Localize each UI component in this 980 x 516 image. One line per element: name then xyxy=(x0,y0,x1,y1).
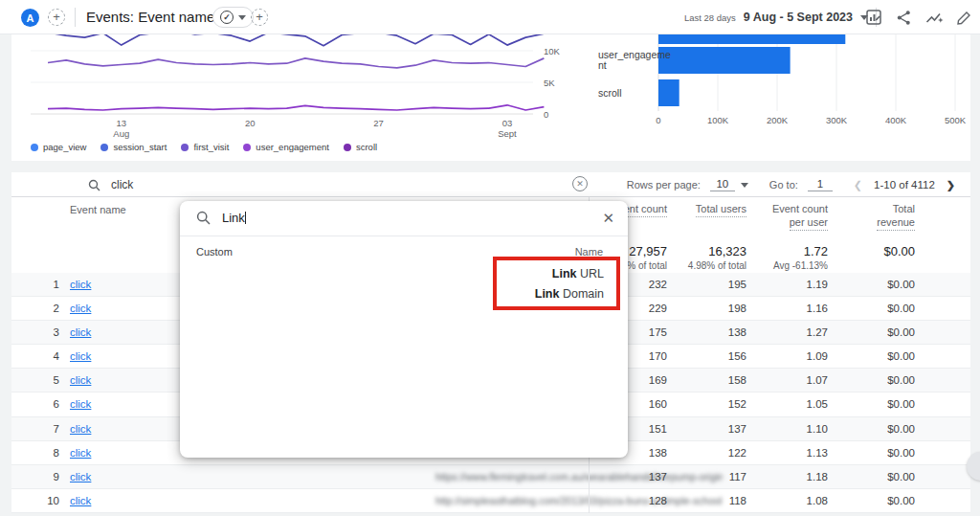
metric-cell: $0.00 xyxy=(887,495,915,506)
legend-dot xyxy=(344,144,351,151)
metric-cell: $0.00 xyxy=(887,447,915,459)
insights-icon[interactable] xyxy=(925,10,944,26)
legend-label: scroll xyxy=(356,142,377,152)
legend-dot xyxy=(181,144,189,151)
event-name-link[interactable]: click xyxy=(70,303,91,314)
legend-item-user_engagement[interactable]: user_engagement xyxy=(243,142,329,152)
legend-dot xyxy=(100,144,108,151)
next-page-icon[interactable]: ❯ xyxy=(945,179,957,191)
metric-cell: 195 xyxy=(728,279,746,290)
chevron-down-icon xyxy=(238,15,246,20)
row-index: 9 xyxy=(21,471,59,482)
legend-label: page_view xyxy=(43,142,86,152)
metric-cell: 169 xyxy=(649,374,667,386)
svg-text:200K: 200K xyxy=(767,115,789,125)
metric-cell: 175 xyxy=(649,326,667,338)
metric-cell: $0.00 xyxy=(887,398,915,410)
event-name-link[interactable]: click xyxy=(70,471,91,482)
row-index: 1 xyxy=(21,279,59,290)
metric-cell: 138 xyxy=(728,326,746,338)
bar-scroll xyxy=(658,79,679,106)
modal-search-bar: Link ✕ xyxy=(180,201,628,236)
metric-cell: 160 xyxy=(649,398,667,410)
rows-per-page-select[interactable]: 10 xyxy=(710,178,735,191)
table-search-input[interactable]: click xyxy=(111,178,133,191)
event-name-link[interactable]: click xyxy=(70,350,91,362)
metric-cell: 122 xyxy=(728,447,746,459)
add-comparison-icon[interactable]: + xyxy=(48,9,65,26)
legend-item-session_start[interactable]: session_start xyxy=(100,142,167,152)
edit-icon[interactable] xyxy=(957,10,972,25)
modal-search-input[interactable]: Link xyxy=(222,211,246,225)
svg-text:0: 0 xyxy=(544,109,548,120)
top-bar: A + Events: Event name ✓ + Last 28 days … xyxy=(0,0,980,34)
svg-text:scroll: scroll xyxy=(598,87,622,99)
metric-cell: 156 xyxy=(728,350,746,362)
totals-cell: 1.72Avg -61.13% xyxy=(773,244,828,271)
column-header-event-count-per-user[interactable]: Event countper user xyxy=(772,202,828,231)
svg-text:300K: 300K xyxy=(826,115,848,125)
metric-cell: 118 xyxy=(729,495,746,506)
event-name-link[interactable]: click xyxy=(70,374,91,386)
metric-cell: $0.00 xyxy=(887,279,915,290)
event-count-bar-chart[interactable]: 0100K200K300K400K500Kuser_engagementscro… xyxy=(586,34,970,161)
annotation-highlight-box: Link URLLink Domain xyxy=(493,257,620,310)
customize-report-icon[interactable] xyxy=(865,9,882,26)
column-header-total-revenue[interactable]: Totalrevenue xyxy=(877,202,915,231)
row-index: 8 xyxy=(21,447,59,459)
goto-label: Go to: xyxy=(769,179,798,191)
search-icon xyxy=(88,178,100,195)
divider xyxy=(75,8,76,27)
close-icon[interactable]: ✕ xyxy=(602,210,614,227)
metric-cell: $0.00 xyxy=(887,423,915,435)
row-index: 10 xyxy=(21,495,59,506)
add-dimension-icon[interactable]: + xyxy=(251,9,268,26)
legend-item-page_view[interactable]: page_view xyxy=(31,142,86,152)
totals-cell: 16,3234.98% of total xyxy=(688,244,746,271)
totals-cell: $0.00 xyxy=(883,244,915,258)
ga4-events-report: A + Events: Event name ✓ + Last 28 days … xyxy=(0,0,980,516)
pagination-range: 1-10 of 4112 xyxy=(874,179,935,191)
legend-label: session_start xyxy=(113,142,167,152)
metric-cell: 117 xyxy=(729,471,746,482)
row-index: 3 xyxy=(21,326,59,338)
share-icon[interactable] xyxy=(896,10,912,26)
metric-cell: 1.08 xyxy=(807,495,828,506)
event-name-link[interactable]: click xyxy=(70,326,91,338)
metric-cell: 158 xyxy=(728,374,746,386)
event-name-link[interactable]: click xyxy=(70,279,91,290)
metric-cell: 1.05 xyxy=(807,398,828,410)
dimension-option-link-domain[interactable]: Link Domain xyxy=(501,287,604,301)
dimension-option-link-url[interactable]: Link URL xyxy=(501,267,604,280)
dimension-chip[interactable]: ✓ xyxy=(212,7,254,28)
account-avatar[interactable]: A xyxy=(21,9,39,27)
clear-search-icon[interactable]: ✕ xyxy=(572,176,588,191)
event-name-link[interactable]: click xyxy=(70,423,91,435)
svg-text:400K: 400K xyxy=(885,115,907,125)
legend-item-scroll[interactable]: scroll xyxy=(344,142,377,152)
svg-text:0: 0 xyxy=(656,115,660,125)
search-icon xyxy=(196,211,211,229)
svg-text:03: 03 xyxy=(502,118,513,128)
legend-item-first_visit[interactable]: first_visit xyxy=(181,142,229,152)
date-range-picker[interactable]: 9 Aug - 5 Sept 2023 xyxy=(744,11,853,24)
bar-user_engagement xyxy=(658,47,791,74)
event-name-link[interactable]: click xyxy=(70,447,91,459)
event-name-link[interactable]: click xyxy=(70,398,91,410)
totals-cell: 27,957% of total xyxy=(627,244,667,271)
link-url-blurred: https://www.flemingtravel.com.au/wearabl… xyxy=(435,471,723,482)
metric-cell: 138 xyxy=(649,447,667,459)
metric-cell: 1.10 xyxy=(807,423,828,435)
svg-text:Sept: Sept xyxy=(498,128,517,139)
metric-cell: 152 xyxy=(728,398,746,410)
table-toolbar: click ✕ Rows per page: 10 Go to: 1 ❮ 1-1… xyxy=(11,172,970,197)
chevron-down-icon[interactable] xyxy=(741,183,748,188)
rows-per-page-label: Rows per page: xyxy=(627,179,701,191)
column-header-event-name[interactable]: Event name xyxy=(70,204,126,215)
prev-page-icon[interactable]: ❮ xyxy=(852,179,864,191)
column-header-total-users[interactable]: Total users xyxy=(696,202,746,217)
goto-page-input[interactable]: 1 xyxy=(808,178,833,191)
svg-text:100K: 100K xyxy=(707,115,729,125)
table-row: 9clickhttps://www.flemingtravel.com.au/w… xyxy=(11,465,970,489)
event-name-link[interactable]: click xyxy=(70,495,91,506)
